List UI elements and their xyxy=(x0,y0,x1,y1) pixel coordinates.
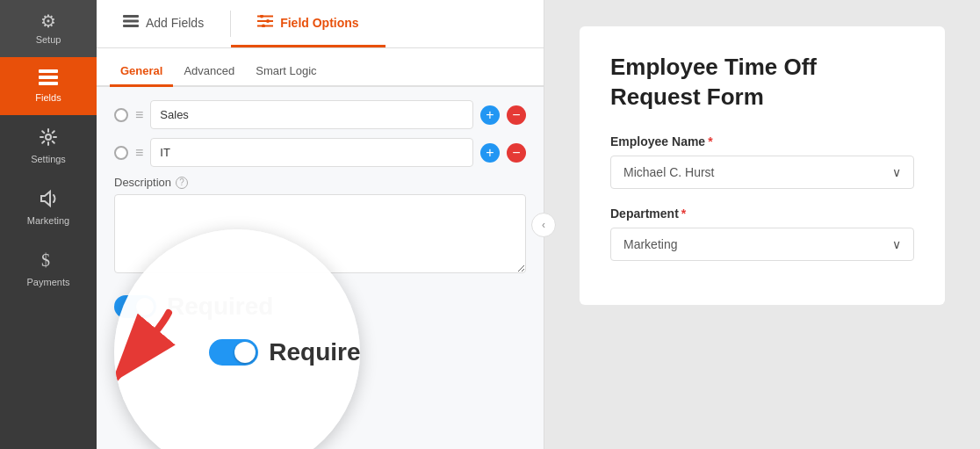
sidebar-item-marketing[interactable]: Marketing xyxy=(0,177,97,238)
choice-remove-btn-2[interactable]: − xyxy=(507,143,526,163)
description-help-icon[interactable]: ? xyxy=(176,177,188,189)
tab-general[interactable]: General xyxy=(110,57,173,87)
callout-toggle-group: Required xyxy=(209,338,360,366)
svg-text:$: $ xyxy=(41,250,50,270)
sidebar-item-marketing-label: Marketing xyxy=(27,215,69,226)
tab-smart-logic[interactable]: Smart Logic xyxy=(245,57,327,87)
svg-point-12 xyxy=(266,19,270,23)
svg-rect-0 xyxy=(39,69,58,73)
required-star-1: * xyxy=(708,134,712,148)
sidebar-item-settings-label: Settings xyxy=(31,154,66,164)
svg-point-11 xyxy=(260,15,263,18)
tab-smart-logic-label: Smart Logic xyxy=(256,64,316,77)
tab-add-fields[interactable]: Add Fields xyxy=(97,0,230,47)
employee-name-value: Michael C. Hurst xyxy=(623,165,714,179)
svg-rect-2 xyxy=(39,82,58,85)
required-star-2: * xyxy=(681,206,686,221)
employee-name-select-wrapper: Michael C. Hurst ∨ xyxy=(610,156,914,189)
sidebar: ⚙ Setup Fields Settings Marketi xyxy=(0,0,97,449)
choice-remove-btn-1[interactable]: − xyxy=(507,105,526,125)
sidebar-item-payments[interactable]: $ Payments xyxy=(0,238,97,300)
choice-add-btn-2[interactable]: + xyxy=(480,143,500,163)
svg-point-3 xyxy=(46,134,51,140)
form-title: Employee Time OffRequest Form xyxy=(610,53,914,112)
choice-row-2: ≡ + − xyxy=(114,138,526,167)
sidebar-item-fields-label: Fields xyxy=(35,92,61,103)
sidebar-item-setup[interactable]: ⚙ Setup xyxy=(0,0,97,57)
choice-radio-1[interactable] xyxy=(114,108,128,122)
department-select[interactable]: Marketing ∨ xyxy=(610,228,914,261)
top-tabs-bar: Add Fields Field Options xyxy=(97,0,544,48)
form-label-employee-name: Employee Name * xyxy=(610,134,914,148)
svg-rect-7 xyxy=(123,25,139,27)
payments-icon: $ xyxy=(40,250,56,272)
callout-inner: Required xyxy=(114,286,360,418)
settings-icon xyxy=(39,127,58,149)
collapse-button[interactable]: ‹ xyxy=(531,213,556,237)
form-field-employee-name: Employee Name * Michael C. Hurst ∨ xyxy=(610,134,914,189)
sidebar-item-setup-label: Setup xyxy=(36,34,61,45)
department-select-wrapper: Marketing ∨ xyxy=(610,228,914,261)
tab-advanced[interactable]: Advanced xyxy=(173,57,245,87)
callout-required-label: Required xyxy=(269,338,360,366)
field-options-content: ≡ + − ≡ + − Description ? xyxy=(97,87,544,449)
svg-rect-1 xyxy=(39,76,58,79)
employee-name-select[interactable]: Michael C. Hurst ∨ xyxy=(610,156,914,189)
callout-toggle[interactable] xyxy=(209,339,258,366)
description-label: Description ? xyxy=(114,176,526,189)
svg-point-13 xyxy=(262,24,265,27)
fields-icon xyxy=(39,69,58,88)
department-chevron: ∨ xyxy=(892,237,901,251)
form-preview: Employee Time OffRequest Form Employee N… xyxy=(580,26,945,305)
field-options-tab-label: Field Options xyxy=(280,16,358,30)
choice-drag-2[interactable]: ≡ xyxy=(135,145,143,161)
right-panel: Employee Time OffRequest Form Employee N… xyxy=(544,0,980,449)
form-field-department: Department * Marketing ∨ xyxy=(610,206,914,261)
sidebar-item-settings[interactable]: Settings xyxy=(0,115,97,177)
choice-drag-1[interactable]: ≡ xyxy=(135,107,143,123)
middle-panel: Add Fields Field Options General Advanc xyxy=(97,0,544,449)
tab-field-options[interactable]: Field Options xyxy=(231,0,385,47)
department-value: Marketing xyxy=(623,237,677,251)
marketing-icon xyxy=(39,189,58,211)
tab-advanced-label: Advanced xyxy=(184,64,234,77)
choice-add-btn-1[interactable]: + xyxy=(480,105,500,125)
tab-general-label: General xyxy=(120,64,162,77)
choice-input-1[interactable] xyxy=(150,100,473,129)
inner-tabs: General Advanced Smart Logic xyxy=(97,48,544,87)
svg-rect-6 xyxy=(123,19,139,22)
red-arrow-icon xyxy=(114,304,195,401)
field-options-tab-icon xyxy=(257,15,273,31)
setup-icon: ⚙ xyxy=(40,12,56,30)
svg-rect-5 xyxy=(123,15,139,18)
add-fields-tab-icon xyxy=(123,15,139,31)
form-label-department: Department * xyxy=(610,206,914,221)
employee-name-chevron: ∨ xyxy=(892,165,901,179)
choice-radio-2[interactable] xyxy=(114,146,128,160)
add-fields-tab-label: Add Fields xyxy=(146,16,204,30)
choice-input-2[interactable] xyxy=(150,138,473,167)
choice-row-1: ≡ + − xyxy=(114,100,526,129)
sidebar-item-fields[interactable]: Fields xyxy=(0,57,97,115)
sidebar-item-payments-label: Payments xyxy=(27,277,70,287)
